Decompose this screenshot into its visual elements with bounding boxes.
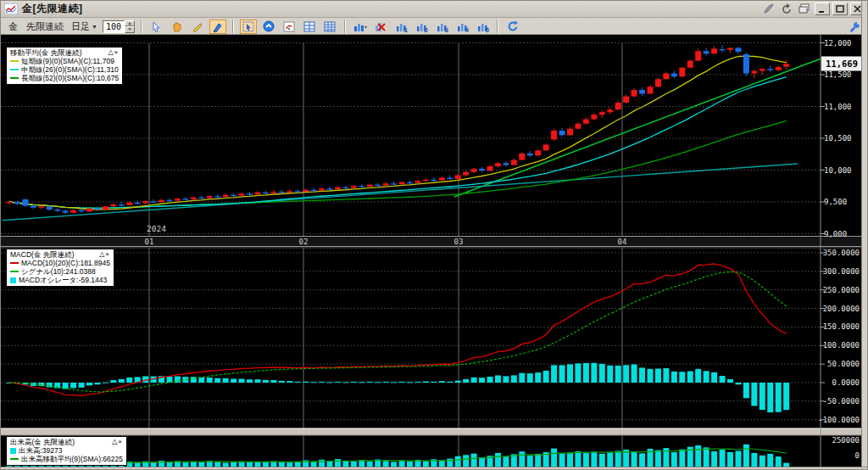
candle: [687, 61, 693, 68]
macd-bar: [559, 365, 565, 383]
axis-label: 100.0000: [823, 341, 860, 350]
chart-canvas[interactable]: 01020304202412,00011,50011,00010,50010,0…: [1, 35, 863, 467]
candle: [335, 187, 341, 189]
legend-item: 出来高:39273: [10, 446, 123, 455]
chevron-down-icon: ▼: [92, 24, 97, 30]
macd-bar: [783, 383, 789, 410]
macd-bar: [535, 372, 541, 383]
candle: [223, 195, 229, 197]
zoom-mode-button[interactable]: [260, 20, 277, 34]
candle: [327, 188, 333, 189]
macd-bar: [591, 363, 597, 383]
hand-pan-button[interactable]: [169, 20, 186, 34]
volume-bar: [735, 450, 741, 467]
select-cursor-button[interactable]: [148, 20, 165, 34]
feather-icon[interactable]: [761, 3, 776, 15]
macd-bar: [287, 381, 292, 383]
macd-bar: [295, 382, 301, 383]
candle: [207, 196, 213, 198]
macd-bar: [198, 378, 204, 383]
macd-bar: [551, 365, 557, 383]
legend-collapse-close-icons[interactable]: △×: [112, 438, 123, 446]
pencil-draw-button[interactable]: [189, 20, 206, 34]
cascade-windows-icon[interactable]: [797, 3, 812, 15]
chart-window-button[interactable]: [281, 20, 298, 34]
macd-bar: [632, 364, 637, 383]
macd-bar: [695, 369, 701, 383]
candle: [743, 54, 749, 74]
macd-bar: [567, 364, 573, 383]
bar-count-stepper[interactable]: 100 ▲▼: [103, 20, 135, 33]
macd-bar: [303, 382, 309, 383]
macd-bar: [639, 367, 645, 383]
volume-bar: [503, 456, 509, 467]
chart-type-dropdown[interactable]: [352, 20, 369, 34]
candle: [214, 196, 220, 197]
legend-item: シグナル(10):241.0388: [10, 267, 110, 276]
reload-data-button[interactable]: [504, 20, 521, 34]
candle: [439, 178, 445, 181]
macd-bar: [263, 380, 269, 383]
pen-tool-button[interactable]: [209, 20, 226, 34]
candle: [559, 131, 565, 135]
candle: [351, 186, 357, 187]
chart-preset-5-button[interactable]: 5: [474, 20, 491, 34]
axis-label: 10,000: [824, 166, 852, 175]
macd-bar: [455, 381, 461, 383]
candle: [79, 210, 85, 212]
axis-label: 250.0000: [823, 286, 860, 294]
candle: [639, 90, 645, 94]
crosshair-select-button[interactable]: [240, 20, 257, 34]
macd-bar: [351, 382, 357, 383]
candle: [503, 163, 509, 165]
candle: [367, 185, 373, 187]
volume-bar: [319, 460, 325, 467]
macd-bar: [119, 379, 125, 383]
macd-bar: [663, 368, 669, 383]
chart-preset-4-button[interactable]: 4: [453, 20, 470, 34]
timeframe-dropdown[interactable]: 日足▼: [70, 20, 99, 33]
volume-bar: [695, 445, 701, 467]
candle: [167, 200, 173, 201]
candle: [126, 203, 132, 205]
remove-indicator-button[interactable]: [372, 20, 389, 34]
axis-label: 9,000: [824, 230, 847, 238]
candle: [751, 71, 757, 74]
bar-count-value[interactable]: 100: [103, 20, 125, 33]
volume-bar: [704, 447, 709, 467]
axis-label: 50.0000: [827, 360, 860, 368]
candle: [375, 185, 381, 186]
volume-bar: [760, 456, 765, 467]
volume-bar: [383, 461, 389, 467]
macd-bar: [503, 376, 509, 383]
macd-bar: [359, 382, 364, 383]
minimize-button[interactable]: [815, 3, 830, 15]
ma-legend-title: 移動平均(金 先限連続): [10, 48, 82, 57]
grid-dense-button[interactable]: [321, 20, 338, 34]
axis-label: 0.0000: [832, 378, 860, 387]
chart-preset-2-button[interactable]: 2: [413, 20, 430, 34]
maximize-button[interactable]: [832, 3, 848, 15]
candle: [295, 191, 301, 192]
axis-label: 11,500: [824, 70, 852, 79]
titlebar[interactable]: 金[先限連続]: [1, 1, 868, 18]
candle: [463, 172, 469, 176]
legend-collapse-close-icons[interactable]: △×: [108, 48, 119, 57]
legend-item: 出来高移動平均(9)(SMA):66225: [10, 455, 123, 463]
grid-layout-button[interactable]: [301, 20, 318, 34]
macd-bar: [655, 369, 661, 383]
macd-bar: [439, 381, 445, 383]
candle: [110, 204, 116, 206]
legend-collapse-close-icons[interactable]: △×: [99, 250, 110, 259]
chart-preset-1-button[interactable]: 1: [392, 20, 409, 34]
macd-bar: [447, 382, 453, 383]
refresh-window-icon[interactable]: [779, 3, 794, 15]
macd-bar: [231, 379, 236, 383]
macd-bar: [671, 372, 677, 383]
chart-preset-3-button[interactable]: 3: [433, 20, 450, 34]
macd-bar: [511, 375, 517, 383]
signal-line-swatch: [10, 271, 19, 272]
candle: [279, 192, 285, 193]
candle: [776, 67, 782, 70]
axis-label: 12,000: [824, 39, 852, 48]
